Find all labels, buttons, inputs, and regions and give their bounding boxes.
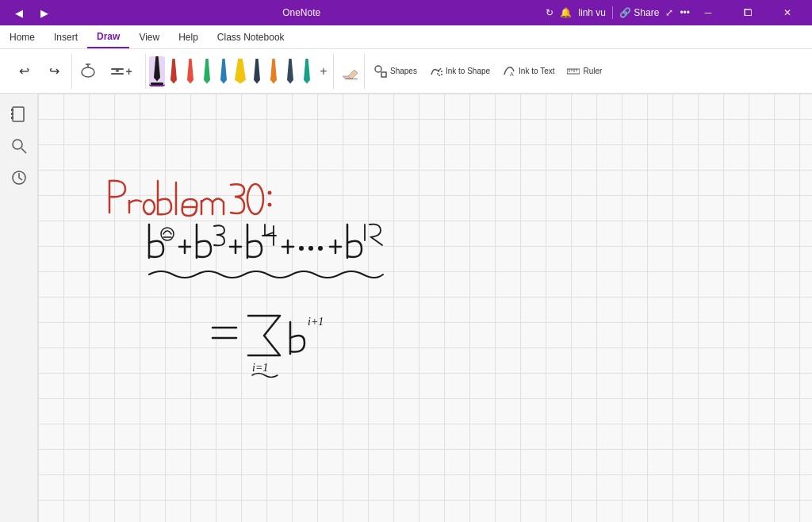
user-section: ↻ 🔔 linh vu 🔗 Share ⤢ ••• [546,6,690,19]
squiggly-underline [149,271,383,278]
svg-line-22 [21,148,26,153]
sidebar-search[interactable] [5,132,33,160]
svg-point-40 [308,246,313,251]
svg-point-0 [82,67,94,77]
menu-help[interactable]: Help [169,25,208,48]
ink-to-shape-button[interactable]: Ink to Shape [425,56,495,87]
pen-teal[interactable] [299,56,315,86]
maximize-button[interactable]: ⧠ [730,0,766,25]
lasso-tool[interactable] [77,56,99,87]
sidebar-recent[interactable] [5,163,33,192]
eraser-icon [342,63,358,79]
redo-button[interactable]: ↪ [40,56,68,87]
draw-toolbar: ↩ ↪ + [0,49,812,94]
app-title: OneNote [57,7,546,18]
menu-view[interactable]: View [129,25,169,48]
svg-point-8 [375,66,381,72]
notebooks-icon [10,106,28,123]
svg-text:A: A [510,71,514,77]
svg-point-28 [268,203,272,207]
pen-yellow[interactable] [232,56,248,86]
more-icon[interactable]: ••• [680,7,690,18]
svg-point-24 [144,200,155,214]
pen-dark1[interactable] [249,56,265,86]
handwriting-canvas: i=1 i+1 [38,94,812,522]
bell-icon[interactable]: 🔔 [560,7,572,18]
svg-rect-18 [11,109,13,111]
svg-rect-12 [567,69,580,74]
ink-to-text-icon: A [503,65,515,78]
shapes-icon [374,65,387,78]
svg-point-21 [13,140,22,149]
svg-point-39 [299,246,304,251]
add-space-icon [110,64,124,79]
menu-home[interactable]: Home [0,25,44,48]
add-space-button[interactable]: + [101,56,142,87]
svg-text:i=1: i=1 [252,362,268,374]
pen-green[interactable] [199,56,215,86]
close-button[interactable]: ✕ [769,0,806,25]
pen-pink[interactable] [182,56,198,86]
eraser-button[interactable] [339,56,361,87]
ink-to-text-label: Ink to Text [519,67,554,75]
eraser-group [335,54,365,89]
svg-rect-10 [438,71,442,75]
problem-title [109,181,272,216]
menu-insert[interactable]: Insert [44,25,87,48]
lasso-icon [79,63,97,80]
expand-icon[interactable]: ⤢ [665,7,673,18]
ruler-label: Ruler [583,67,602,75]
user-name[interactable]: linh vu [578,7,606,18]
pen-dark2[interactable] [282,56,298,86]
shapes-label: Shapes [390,67,417,75]
undo-redo-group: ↩ ↪ [6,54,72,89]
pen-colors-group: + [147,54,334,89]
menu-class-notebook[interactable]: Class Notebook [208,25,294,48]
pen-blue[interactable] [216,56,232,86]
svg-point-41 [318,246,323,251]
pen-black[interactable] [149,56,165,86]
undo-button[interactable]: ↩ [10,56,38,87]
redo-icon: ↪ [49,63,59,79]
sidebar-notebooks[interactable] [5,100,33,129]
pen-red[interactable] [166,56,182,86]
menu-draw[interactable]: Draw [87,25,129,48]
svg-rect-3 [111,73,124,75]
back-button[interactable]: ◀ [6,0,32,25]
note-canvas[interactable]: i=1 i+1 [38,94,812,522]
tools-group: + [74,54,146,89]
ink-to-text-button[interactable]: A Ink to Text [498,56,559,87]
svg-text:i+1: i+1 [308,316,324,328]
minimize-button[interactable]: ─ [690,0,726,25]
forward-button[interactable]: ▶ [32,0,57,25]
svg-rect-19 [11,113,13,115]
svg-point-27 [268,191,272,195]
pen-orange[interactable] [266,56,282,86]
ruler-icon [567,65,580,78]
share-button[interactable]: 🔗 Share [619,7,659,18]
math-expression [149,225,382,258]
undo-icon: ↩ [19,63,29,79]
summation-expression: i=1 i+1 [213,316,324,378]
search-icon [11,138,27,154]
svg-rect-17 [13,107,24,121]
left-sidebar [0,94,38,522]
menu-bar: Home Insert Draw View Help Class Noteboo… [0,25,812,49]
divider [612,6,613,19]
svg-point-26 [247,184,263,214]
window-controls: ─ ⧠ ✕ [690,0,806,25]
recent-icon [11,170,27,186]
ink-tools-group: Shapes Ink to Shape A Ink to Text [366,54,610,89]
ink-to-shape-label: Ink to Shape [446,67,490,75]
shapes-button[interactable]: Shapes [370,56,422,87]
ink-to-shape-icon [430,65,442,78]
title-bar: ◀ ▶ OneNote ↻ 🔔 linh vu 🔗 Share ⤢ ••• ─ … [0,0,812,25]
content-area: i=1 i+1 [0,94,812,522]
nav-buttons: ◀ ▶ [6,0,57,25]
svg-rect-20 [11,117,13,119]
ruler-button[interactable]: Ruler [562,56,607,87]
add-pen-button[interactable]: + [316,56,331,86]
sync-icon[interactable]: ↻ [546,7,553,18]
svg-rect-9 [381,72,386,77]
